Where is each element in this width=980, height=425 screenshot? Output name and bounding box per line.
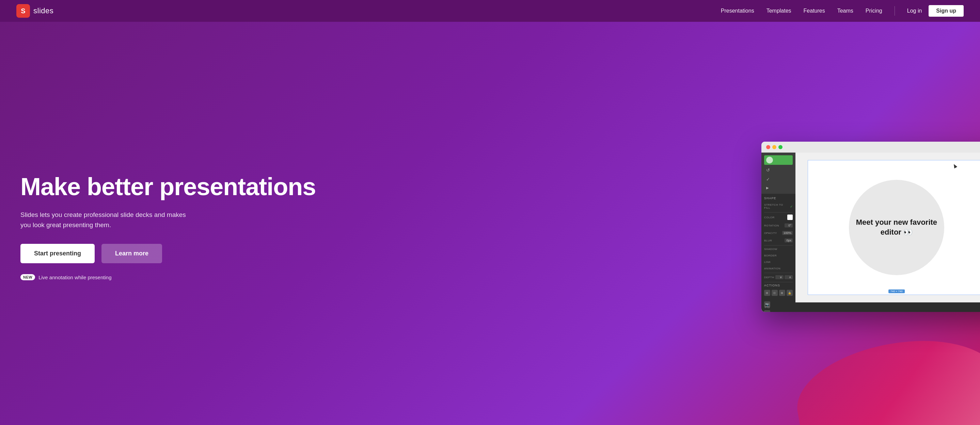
canvas-circle: Meet your new favorite editor 👀 bbox=[849, 180, 944, 275]
sidebar-bottom-icon-2[interactable]: ☁ bbox=[764, 310, 770, 312]
nav-teams[interactable]: Teams bbox=[837, 8, 853, 14]
blur-row: BLUR 0px bbox=[764, 238, 793, 243]
login-button[interactable]: Log in bbox=[907, 8, 922, 14]
nav-links: Presentations Templates Features Teams P… bbox=[721, 5, 964, 17]
stretch-check: ✓ bbox=[790, 205, 793, 209]
editor-body: ↺ ✓ ▶ SHAPE STRETCH TO FILL bbox=[761, 153, 980, 302]
sidebar-top: ↺ ✓ ▶ bbox=[761, 153, 795, 194]
titlebar-dot-yellow bbox=[772, 145, 776, 149]
check-icon: ✓ bbox=[766, 177, 770, 182]
link-row: LINK bbox=[764, 260, 793, 264]
color-swatch[interactable] bbox=[787, 215, 793, 220]
hero-section: Make better presentations Slides lets yo… bbox=[0, 22, 980, 425]
prop-divider-3 bbox=[764, 273, 793, 273]
nav-features[interactable]: Features bbox=[803, 8, 825, 14]
props-title: SHAPE bbox=[764, 196, 793, 200]
window-titlebar bbox=[761, 142, 980, 153]
animation-row: ANIMATION bbox=[764, 266, 793, 271]
border-row: BORDER bbox=[764, 253, 793, 258]
play-icon-row[interactable]: ▶ bbox=[764, 185, 793, 191]
undo-icon-row[interactable]: ↺ bbox=[764, 166, 793, 174]
rotation-row: ROTATION 0° bbox=[764, 223, 793, 228]
hero-right: ↺ ✓ ▶ SHAPE STRETCH TO FILL bbox=[490, 142, 980, 312]
titlebar-dot-green bbox=[778, 145, 783, 149]
logo-icon: S bbox=[16, 4, 30, 18]
new-badge-row: NEW Live annotation while presenting bbox=[21, 274, 476, 280]
action-icon-4[interactable]: 🔒 bbox=[787, 290, 793, 296]
shadow-label: SHADOW bbox=[764, 248, 777, 251]
link-label: LINK bbox=[764, 261, 771, 264]
border-label: BORDER bbox=[764, 254, 777, 257]
opacity-value: 100% bbox=[782, 231, 793, 235]
prop-divider-4 bbox=[764, 282, 793, 282]
titlebar-dot-red bbox=[766, 145, 770, 149]
action-icon-1[interactable]: ⊞ bbox=[764, 290, 770, 296]
stretch-label: STRETCH TO FILL bbox=[764, 203, 790, 209]
color-row: COLOR bbox=[764, 214, 793, 221]
depth-up[interactable]: ∧ bbox=[784, 275, 793, 279]
new-badge: NEW bbox=[21, 274, 35, 280]
action-icon-2[interactable]: ⊡ bbox=[772, 290, 778, 296]
shape-circle-icon bbox=[766, 157, 773, 164]
opacity-label: OPACITY bbox=[764, 232, 777, 235]
depth-row: DEPTH ∨ ∧ bbox=[764, 274, 793, 280]
nav-templates[interactable]: Templates bbox=[767, 8, 791, 14]
canvas-slide: Meet your new favorite editor 👀 740 × 74… bbox=[808, 160, 980, 295]
rotation-label: ROTATION bbox=[764, 224, 779, 227]
shape-icon-active[interactable] bbox=[764, 155, 793, 165]
navbar: S slides Presentations Templates Feature… bbox=[0, 0, 980, 22]
start-presenting-button[interactable]: Start presenting bbox=[21, 244, 95, 263]
prop-divider-2 bbox=[764, 245, 793, 245]
hero-subtitle: Slides lets you create professional slid… bbox=[21, 210, 197, 231]
logo-letter: S bbox=[21, 7, 25, 15]
hero-buttons: Start presenting Learn more bbox=[21, 244, 476, 263]
nav-auth: Log in Sign up bbox=[907, 5, 964, 17]
blur-value: 0px bbox=[784, 239, 793, 242]
signup-button[interactable]: Sign up bbox=[929, 5, 964, 17]
logo-text: slides bbox=[33, 6, 54, 15]
rotation-value: 0° bbox=[784, 223, 793, 228]
editor-canvas: Meet your new favorite editor 👀 740 × 74… bbox=[795, 153, 980, 302]
hero-left: Make better presentations Slides lets yo… bbox=[21, 174, 490, 281]
undo-icon: ↺ bbox=[766, 167, 770, 173]
bottom-bar-label: Pro bbox=[765, 306, 770, 309]
logo[interactable]: S slides bbox=[16, 4, 54, 18]
stretch-fill-row: STRETCH TO FILL ✓ bbox=[764, 203, 793, 210]
learn-more-button[interactable]: Learn more bbox=[102, 244, 162, 263]
nav-divider bbox=[894, 6, 895, 16]
blur-label: BLUR bbox=[764, 239, 772, 242]
play-icon: ▶ bbox=[766, 186, 769, 190]
opacity-row: OPACITY 100% bbox=[764, 230, 793, 236]
editor-sidebar: ↺ ✓ ▶ SHAPE STRETCH TO FILL bbox=[761, 153, 795, 302]
action-icon-3[interactable]: ⊠ bbox=[779, 290, 785, 296]
depth-down[interactable]: ∨ bbox=[775, 275, 784, 279]
animation-label: ANIMATION bbox=[764, 267, 780, 270]
canvas-text: Meet your new favorite editor 👀 bbox=[849, 212, 944, 242]
shadow-row: SHADOW bbox=[764, 247, 793, 251]
actions-title: ACTIONS bbox=[764, 284, 793, 287]
check-icon-row[interactable]: ✓ bbox=[764, 175, 793, 183]
nav-presentations[interactable]: Presentations bbox=[721, 8, 754, 14]
depth-label: DEPTH bbox=[764, 276, 774, 279]
nav-pricing[interactable]: Pricing bbox=[865, 8, 882, 14]
hero-title: Make better presentations bbox=[21, 174, 476, 200]
editor-window: ↺ ✓ ▶ SHAPE STRETCH TO FILL bbox=[761, 142, 980, 312]
color-label: COLOR bbox=[764, 216, 775, 219]
cursor-icon bbox=[952, 163, 958, 168]
size-label: 740 × 740 bbox=[888, 290, 905, 293]
badge-text: Live annotation while presenting bbox=[38, 274, 111, 280]
props-panel: SHAPE STRETCH TO FILL ✓ COLOR ROTATION bbox=[761, 194, 795, 299]
